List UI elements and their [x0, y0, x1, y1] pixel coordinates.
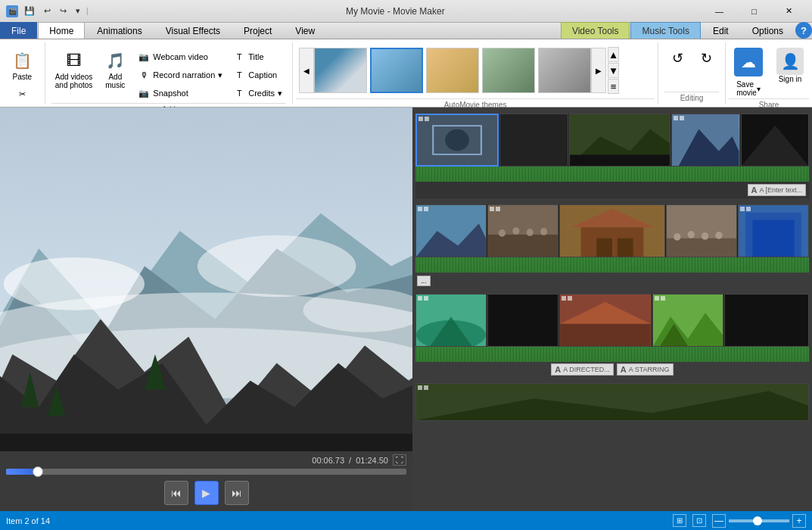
- clip-4[interactable]: [741, 114, 809, 167]
- rotate-left-btn[interactable]: ↺: [664, 45, 690, 71]
- timeline-segment-4: [415, 383, 809, 421]
- timeline-segment-1: A A [Enter text...: [415, 114, 809, 198]
- clip-14[interactable]: [415, 383, 809, 421]
- title-icon: T: [233, 51, 245, 63]
- tab-music-tools[interactable]: Music Tools: [630, 22, 700, 39]
- themes-more-btn[interactable]: ≡: [608, 79, 619, 94]
- clip-1[interactable]: [415, 114, 499, 167]
- clip-7[interactable]: [559, 204, 665, 257]
- theme-2[interactable]: [370, 48, 423, 93]
- progress-bar[interactable]: [6, 469, 406, 475]
- play-btn[interactable]: ▶: [194, 481, 219, 505]
- sign-in-btn[interactable]: 👤 Sign in: [771, 45, 809, 86]
- save-quick-btn[interactable]: 💾: [21, 5, 38, 17]
- starring-tag[interactable]: A A STARRING: [617, 363, 674, 376]
- close-btn[interactable]: ✕: [772, 0, 806, 23]
- clip-dot: [418, 385, 422, 390]
- theme-3[interactable]: [426, 48, 479, 93]
- prev-btn[interactable]: ⏮: [164, 481, 188, 505]
- rotate-right-btn[interactable]: ↻: [693, 45, 719, 71]
- svg-point-31: [540, 228, 547, 235]
- narration-btn[interactable]: 🎙 Record narration ▾: [134, 67, 226, 83]
- snapshot-btn[interactable]: 📷 Snapshot: [134, 85, 226, 101]
- dropdown-btn[interactable]: ▾: [73, 5, 83, 17]
- clip-12[interactable]: [652, 294, 723, 347]
- tab-video-tools[interactable]: Video Tools: [561, 22, 630, 39]
- add-videos-btn[interactable]: 🎞 Add videosand photos: [51, 45, 97, 92]
- paste-btn[interactable]: 📋 Paste: [6, 45, 38, 84]
- clip-9[interactable]: [738, 204, 809, 257]
- clip-6[interactable]: [487, 204, 558, 257]
- tab-options[interactable]: Options: [741, 22, 795, 39]
- help-btn[interactable]: ?: [795, 22, 812, 39]
- fullscreen-btn[interactable]: ⛶: [393, 454, 406, 466]
- zoom-in-btn[interactable]: +: [792, 514, 806, 528]
- save-movie-btn[interactable]: ☁: [729, 45, 768, 79]
- tab-visual-effects[interactable]: Visual Effects: [154, 22, 232, 39]
- clip-3[interactable]: [671, 114, 739, 167]
- webcam-btn[interactable]: 📷 Webcam video: [134, 48, 226, 65]
- more-tag[interactable]: ...: [417, 276, 431, 286]
- clip-8[interactable]: [666, 204, 737, 257]
- clip-13[interactable]: [724, 294, 809, 347]
- video-preview: 00:06.73 / 01:24.50 ⛶ ⏮ ▶ ⏭: [0, 108, 412, 511]
- add-music-btn[interactable]: 🎵 Addmusic: [99, 45, 131, 92]
- clip-dot: [568, 296, 572, 301]
- minimize-btn[interactable]: —: [702, 0, 736, 23]
- time-separator: /: [349, 456, 351, 465]
- themes-down-btn[interactable]: ▼: [608, 63, 619, 78]
- preview-controls: 00:06.73 / 01:24.50 ⛶ ⏮ ▶ ⏭: [0, 451, 412, 511]
- themes-scroll-right[interactable]: ▶: [591, 48, 606, 93]
- clips-row-2: [415, 204, 809, 257]
- ribbon-tabs: File Home Animations Visual Effects Proj…: [0, 23, 812, 39]
- text-overlay-tag-1[interactable]: A A [Enter text...: [748, 184, 806, 196]
- tab-edit[interactable]: Edit: [702, 22, 740, 39]
- directed-tag[interactable]: A A DIRECTED...: [551, 363, 613, 376]
- maximize-btn[interactable]: □: [737, 0, 771, 23]
- zoom-slider[interactable]: [729, 519, 789, 522]
- sign-in-label: Sign in: [779, 75, 802, 83]
- clip-dot: [674, 116, 678, 120]
- title-btn[interactable]: T Title: [229, 48, 286, 65]
- cut-btn[interactable]: ✂: [12, 86, 32, 102]
- theme-4[interactable]: [482, 48, 535, 93]
- clip-2[interactable]: [569, 114, 671, 167]
- clip-indicator-1: [418, 117, 429, 121]
- tab-animations[interactable]: Animations: [86, 22, 153, 39]
- redo-btn[interactable]: ↪: [57, 5, 70, 17]
- save-movie-label-row[interactable]: Savemovie ▾: [736, 80, 761, 97]
- undo-btn[interactable]: ↩: [41, 5, 54, 17]
- status-btn-1[interactable]: ⊞: [673, 514, 686, 527]
- clips-row-3: [415, 294, 809, 347]
- tab-home[interactable]: Home: [38, 22, 85, 39]
- add-music-label: Addmusic: [105, 73, 125, 89]
- zoom-out-btn[interactable]: —: [712, 514, 726, 528]
- status-btn-2[interactable]: ⊡: [692, 514, 706, 527]
- clip-dot: [661, 296, 665, 301]
- theme-5[interactable]: [538, 48, 591, 93]
- tab-file[interactable]: File: [0, 22, 37, 39]
- credits-btn[interactable]: T Credits ▾: [229, 85, 286, 101]
- tab-project[interactable]: Project: [232, 22, 283, 39]
- tab-view[interactable]: View: [284, 22, 326, 39]
- theme-1[interactable]: [314, 48, 367, 93]
- svg-point-11: [198, 235, 356, 297]
- svg-point-29: [512, 227, 519, 235]
- clip-10[interactable]: [415, 294, 487, 347]
- themes-up-btn[interactable]: ▲: [608, 47, 619, 62]
- clip-5[interactable]: [415, 204, 487, 257]
- caption-btn[interactable]: T Caption: [229, 67, 286, 83]
- progress-thumb: [33, 466, 43, 477]
- next-btn[interactable]: ⏭: [225, 481, 249, 505]
- themes-scroll-left[interactable]: ◀: [299, 48, 314, 93]
- cut-icon: ✂: [16, 88, 28, 100]
- caption-label: Caption: [248, 70, 277, 80]
- clip-11[interactable]: [559, 294, 652, 347]
- audio-wave-3: [415, 347, 809, 362]
- text-overlay-bar-1: A A [Enter text...: [415, 182, 809, 198]
- add-content: 🎞 Add videosand photos 🎵 Addmusic 📷 Webc…: [51, 44, 286, 101]
- timeline[interactable]: A A [Enter text...: [412, 108, 812, 511]
- clip-preview-11: [560, 295, 651, 346]
- audio-wave-2: [415, 257, 809, 273]
- svg-point-30: [527, 229, 534, 236]
